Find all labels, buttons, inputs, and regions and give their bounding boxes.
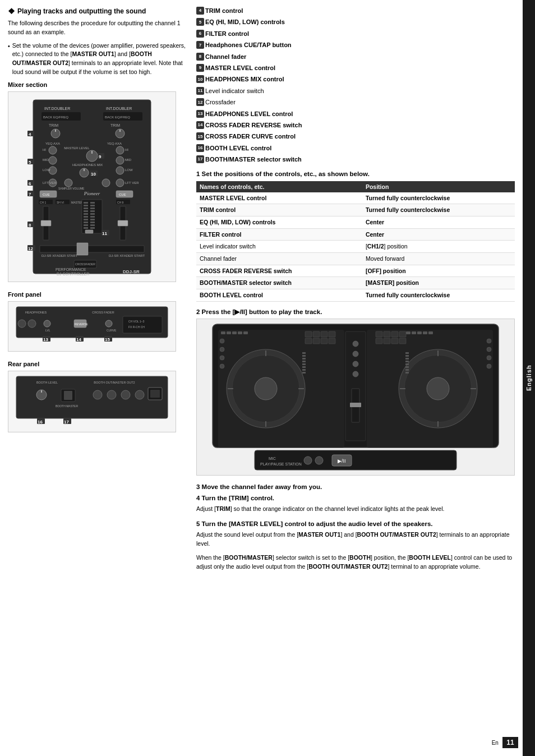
page-number: 11 xyxy=(502,737,518,748)
svg-point-108 xyxy=(18,320,26,328)
svg-text:7: 7 xyxy=(29,192,31,197)
svg-text:REVERSE: REVERSE xyxy=(75,322,89,326)
svg-rect-162 xyxy=(232,331,237,334)
svg-rect-218 xyxy=(405,358,409,359)
svg-rect-73 xyxy=(90,205,95,206)
svg-rect-222 xyxy=(405,369,409,371)
table-cell-name: EQ (HI, MID, LOW) controls xyxy=(196,216,362,228)
table-cell-pos: Turned fully counterclockwise xyxy=(362,204,515,216)
svg-rect-62 xyxy=(84,202,88,204)
control-num-12: 12 xyxy=(196,98,204,106)
front-panel-diagram: HEADPHONES CROSS FADER LVL 13 REVERSE xyxy=(11,304,173,349)
svg-rect-191 xyxy=(321,338,328,344)
svg-point-205 xyxy=(315,457,323,464)
page-number-area: En 11 xyxy=(492,737,518,748)
svg-rect-215 xyxy=(302,372,306,374)
svg-text:MASTER: MASTER xyxy=(71,201,83,204)
table-cell-pos: Center xyxy=(362,228,515,241)
control-label-16: BOOTH LEVEL control xyxy=(205,144,271,153)
svg-text:LFT VER: LFT VER xyxy=(125,181,139,185)
svg-point-24 xyxy=(116,156,124,164)
svg-rect-94 xyxy=(40,246,144,252)
control-label-15: CROSS FADER CURVE control xyxy=(205,132,296,141)
svg-rect-82 xyxy=(85,230,93,233)
control-label-11: Level indicator switch xyxy=(205,87,264,95)
control-label-17: BOOTH/MASTER selector switch xyxy=(205,155,302,164)
svg-point-177 xyxy=(487,364,491,368)
svg-text:10: 10 xyxy=(91,172,96,177)
dj-controller-diagram: MIC PLAY/PAUSE STATION ▶/II xyxy=(197,321,514,473)
svg-rect-63 xyxy=(84,205,88,206)
svg-text:13: 13 xyxy=(43,337,48,342)
control-num-11: 11 xyxy=(196,87,204,95)
svg-rect-164 xyxy=(243,331,248,334)
rear-panel-label: Rear panel xyxy=(8,361,187,367)
svg-text:12: 12 xyxy=(28,246,33,251)
svg-point-137 xyxy=(93,390,102,399)
svg-text:17: 17 xyxy=(64,420,69,425)
svg-rect-187 xyxy=(321,331,328,337)
table-cell-name: CROSS FADER REVERSE switch xyxy=(196,265,362,277)
control-label-9: MASTER LEVEL control xyxy=(205,64,275,72)
control-num-14: 14 xyxy=(196,121,204,129)
svg-point-110 xyxy=(44,320,50,327)
svg-text:PLAY/PAUSE STATION: PLAY/PAUSE STATION xyxy=(260,462,302,466)
table-cell-name: MASTER LEVEL control xyxy=(196,192,362,204)
svg-text:CROSS/FADER: CROSS/FADER xyxy=(75,262,95,266)
svg-text:8: 8 xyxy=(29,223,31,228)
control-label-10: HEADPHONES MIX control xyxy=(205,75,284,84)
control-item-10: 10 HEADPHONES MIX control xyxy=(196,75,515,84)
svg-text:Pioneer: Pioneer xyxy=(84,191,100,196)
svg-rect-211 xyxy=(302,361,306,362)
svg-rect-77 xyxy=(90,216,95,218)
sidebar-english-tab: English xyxy=(523,0,535,756)
step4-title: 4 Turn the [TRIM] control. xyxy=(196,494,515,503)
svg-rect-160 xyxy=(221,331,225,334)
svg-text:YEQ   AXA: YEQ AXA xyxy=(107,142,122,145)
control-num-6: 6 xyxy=(196,30,204,38)
svg-rect-66 xyxy=(84,213,88,215)
svg-rect-168 xyxy=(423,331,427,334)
svg-text:CURVE: CURVE xyxy=(107,329,117,332)
svg-point-182 xyxy=(353,371,358,377)
table-cell-name: Channel fader xyxy=(196,253,362,265)
svg-rect-200 xyxy=(399,338,406,344)
mixer-section-label: Mixer section xyxy=(8,81,187,88)
svg-rect-220 xyxy=(405,363,409,365)
svg-rect-213 xyxy=(302,366,306,368)
svg-rect-196 xyxy=(399,331,406,337)
svg-rect-212 xyxy=(302,363,306,365)
control-item-12: 12 Crossfader xyxy=(196,98,515,107)
control-num-5: 5 xyxy=(196,18,204,26)
svg-rect-198 xyxy=(384,338,390,344)
svg-rect-163 xyxy=(238,331,242,334)
svg-point-43 xyxy=(116,179,124,187)
svg-text:DJ CONTROLLER: DJ CONTROLLER xyxy=(57,272,89,276)
control-item-14: 14 CROSS FADER REVERSE switch xyxy=(196,121,515,130)
table-row: BOOTH LEVEL control Turned fully counter… xyxy=(196,289,515,302)
step3-title-text: 3 Move the channel fader away from you. xyxy=(196,483,322,490)
svg-point-171 xyxy=(220,347,224,352)
control-item-11: 11 Level indicator switch xyxy=(196,87,515,95)
front-panel-image: HEADPHONES CROSS FADER LVL 13 REVERSE xyxy=(8,301,176,352)
svg-text:LFT VER: LFT VER xyxy=(43,181,57,185)
svg-point-172 xyxy=(220,356,224,360)
rear-panel-image: BOOTH LEVEL BOOTH OUT/MASTER OUT2 16 BOO… xyxy=(8,371,176,432)
svg-rect-214 xyxy=(302,369,306,371)
svg-rect-186 xyxy=(313,331,320,337)
controls-list: 4 TRIM control 5 EQ (HI, MID, LOW) contr… xyxy=(196,7,515,164)
svg-text:LOW: LOW xyxy=(125,168,133,172)
svg-point-118 xyxy=(105,320,112,327)
svg-text:9: 9 xyxy=(99,154,102,159)
mixer-diagram: INT.DOUBLER INT.DOUBLER BACK EQ/FREQ BAC… xyxy=(11,94,173,279)
dj-controller-image: MIC PLAY/PAUSE STATION ▶/II xyxy=(196,319,515,476)
svg-rect-165 xyxy=(406,331,411,334)
svg-rect-161 xyxy=(227,331,231,334)
svg-rect-95 xyxy=(77,243,88,255)
svg-text:4: 4 xyxy=(29,132,31,137)
svg-point-173 xyxy=(220,364,224,368)
svg-rect-185 xyxy=(305,331,312,337)
svg-rect-201 xyxy=(255,450,456,470)
diamond-icon: ❖ xyxy=(8,7,15,16)
table-cell-name: Level indicator switch xyxy=(196,241,362,253)
